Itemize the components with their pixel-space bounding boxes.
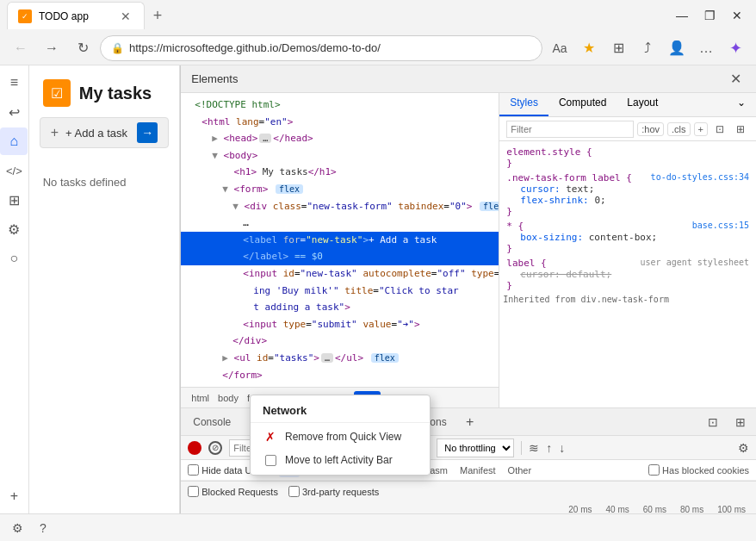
- tab-console[interactable]: Console: [184, 413, 239, 432]
- css-filter-input[interactable]: [506, 121, 634, 138]
- app-icon: ☑: [43, 79, 71, 107]
- devtools-upper: <!DOCTYPE html> <html lang="en"> ▶ <head…: [181, 93, 756, 407]
- html-line: </form>: [181, 367, 499, 384]
- has-blocked-label: Has blocked cookies: [662, 465, 749, 476]
- refresh-button[interactable]: ↻: [69, 34, 96, 62]
- add-task-button[interactable]: + + Add a task →: [40, 117, 170, 148]
- wifi-icon[interactable]: ≋: [529, 441, 539, 455]
- css-rule-star: * { base.css:15 box-sizing: content-box;…: [499, 219, 756, 256]
- favicon-icon: ✓: [22, 12, 28, 21]
- tab-layout[interactable]: Layout: [617, 93, 668, 116]
- forward-button[interactable]: →: [38, 34, 65, 62]
- download-icon[interactable]: ↓: [559, 441, 565, 455]
- upload-icon[interactable]: ↑: [546, 441, 552, 455]
- has-blocked-cookies-checkbox[interactable]: Has blocked cookies: [648, 464, 749, 476]
- network-right-icons: ⊡ ⊞: [701, 410, 753, 434]
- plus-icon: +: [51, 125, 59, 140]
- window-controls-left: ✓ TODO app ✕ +: [7, 0, 170, 31]
- css-cls-button[interactable]: .cls: [667, 122, 691, 136]
- minimize-button[interactable]: —: [670, 3, 694, 28]
- address-bar[interactable]: 🔒 https://microsoftedge.github.io/Demos/…: [100, 35, 542, 61]
- share-button[interactable]: ⤴: [634, 34, 661, 62]
- html-content[interactable]: <!DOCTYPE html> <html lang="en"> ▶ <head…: [181, 93, 499, 387]
- css-plus-button[interactable]: +: [694, 122, 708, 136]
- favorites-sidebar-icon[interactable]: ↩: [0, 98, 28, 126]
- reader-view-button[interactable]: Aa: [546, 34, 573, 62]
- css-hov-button[interactable]: :hov: [637, 122, 664, 136]
- throttling-select[interactable]: No throttling: [437, 438, 514, 457]
- breadcrumb-html[interactable]: html: [188, 391, 213, 405]
- restore-button[interactable]: ❐: [697, 3, 722, 28]
- bottom-help-icon[interactable]: ?: [33, 518, 53, 538]
- breadcrumb-body[interactable]: body: [214, 391, 242, 405]
- profile-button[interactable]: 👤: [663, 34, 691, 62]
- html-line: </div>: [181, 333, 499, 350]
- tab-area: ✓ TODO app ✕ +: [7, 0, 170, 31]
- filter-manifest[interactable]: Manifest: [455, 463, 501, 477]
- html-line: t adding a task">: [181, 299, 499, 316]
- collections-button[interactable]: ⊞: [604, 34, 632, 62]
- tab-favicon: ✓: [18, 9, 32, 23]
- timeline-header: 20 ms 40 ms 60 ms 80 ms 100 ms: [181, 501, 756, 513]
- home-sidebar-icon[interactable]: ⌂: [0, 127, 28, 155]
- add-panel-button[interactable]: +: [460, 412, 480, 432]
- dock-button[interactable]: ⊞: [728, 410, 753, 434]
- html-line: <html lang="en">: [181, 114, 499, 131]
- devtools-close-button[interactable]: ✕: [725, 69, 746, 90]
- bottom-settings-icon[interactable]: ⚙: [7, 518, 28, 538]
- record-button[interactable]: [188, 441, 201, 455]
- tab-styles[interactable]: Styles: [499, 93, 548, 116]
- tab-computed[interactable]: Computed: [548, 93, 617, 116]
- context-menu-remove-from-quick[interactable]: ✗ Remove from Quick View: [251, 425, 430, 449]
- html-line-selected[interactable]: <label for="new-task">+ Add a task: [181, 232, 499, 249]
- tab-close-button[interactable]: ✕: [118, 9, 133, 24]
- third-party-checkbox[interactable]: 3rd-party requests: [288, 486, 379, 497]
- css-filter-bar: :hov .cls + ⊡ ⊞: [499, 117, 756, 141]
- devtools-sidebar-icon[interactable]: </>: [0, 157, 28, 184]
- close-button[interactable]: ✕: [725, 3, 749, 28]
- app-favicon: ☑: [51, 85, 63, 102]
- css-link1[interactable]: to-do-styles.css:34: [651, 172, 749, 182]
- network-bottom-bar: Blocked Requests 3rd-party requests: [181, 481, 756, 501]
- toolbar-separator: [521, 441, 522, 455]
- html-line: …: [181, 215, 499, 232]
- timeline-20ms: 20 ms: [561, 505, 598, 513]
- collections-sidebar-icon[interactable]: ⊞: [0, 186, 28, 214]
- timeline-100ms: 100 ms: [710, 505, 753, 513]
- add-task-label: + Add a task: [65, 127, 127, 140]
- favorites-button[interactable]: ★: [575, 34, 603, 62]
- move-checkbox-icon: [263, 454, 278, 466]
- back-button[interactable]: ←: [7, 34, 34, 62]
- css-content[interactable]: element.style { } .new-task-form label {…: [499, 141, 756, 407]
- network-settings-icon[interactable]: ⚙: [738, 441, 749, 455]
- context-menu-move-to-left[interactable]: Move to left Activity Bar: [251, 449, 430, 471]
- css-more-button[interactable]: ⌄: [727, 93, 756, 116]
- browser-tab[interactable]: ✓ TODO app ✕: [7, 2, 145, 29]
- filter-other[interactable]: Other: [503, 463, 537, 477]
- remove-from-quick-label: Remove from Quick View: [285, 431, 401, 443]
- devtools-panel-title: Elements: [191, 72, 725, 85]
- blocked-requests-label: Blocked Requests: [201, 487, 278, 497]
- left-sidebar: ≡ ↩ ⌂ </> ⊞ ⚙ ○ +: [0, 65, 29, 513]
- sidebar-toggle-icon[interactable]: ≡: [0, 69, 28, 96]
- remove-icon: ✗: [263, 430, 278, 444]
- nav-actions: Aa ★ ⊞ ⤴ 👤 … ✦: [546, 34, 749, 62]
- css-icon1[interactable]: ⊡: [711, 121, 728, 138]
- html-line: ▶ <head>…</head>: [181, 130, 499, 147]
- devtools-header: Elements ✕: [181, 65, 756, 93]
- circle-sidebar-icon[interactable]: ○: [0, 245, 28, 272]
- blocked-requests-checkbox[interactable]: Blocked Requests: [188, 486, 278, 497]
- html-line: ▼ <div class="new-task-form" tabindex="0…: [181, 198, 499, 215]
- settings-sidebar-icon[interactable]: ⚙: [0, 215, 28, 243]
- add-sidebar-icon[interactable]: +: [0, 482, 28, 510]
- new-tab-button[interactable]: +: [145, 3, 170, 28]
- css-rule-label: label { user agent stylesheet cursor: de…: [499, 256, 756, 293]
- css-link2[interactable]: base.css:15: [692, 221, 749, 230]
- more-button[interactable]: …: [692, 34, 720, 62]
- timeline-40ms: 40 ms: [599, 505, 636, 513]
- undock-button[interactable]: ⊡: [701, 410, 725, 434]
- html-line: ▼ <body>: [181, 147, 499, 165]
- css-icon2[interactable]: ⊞: [732, 121, 749, 138]
- css-panel-tabs: Styles Computed Layout ⌄: [499, 93, 756, 117]
- clear-button[interactable]: ⊘: [208, 441, 222, 455]
